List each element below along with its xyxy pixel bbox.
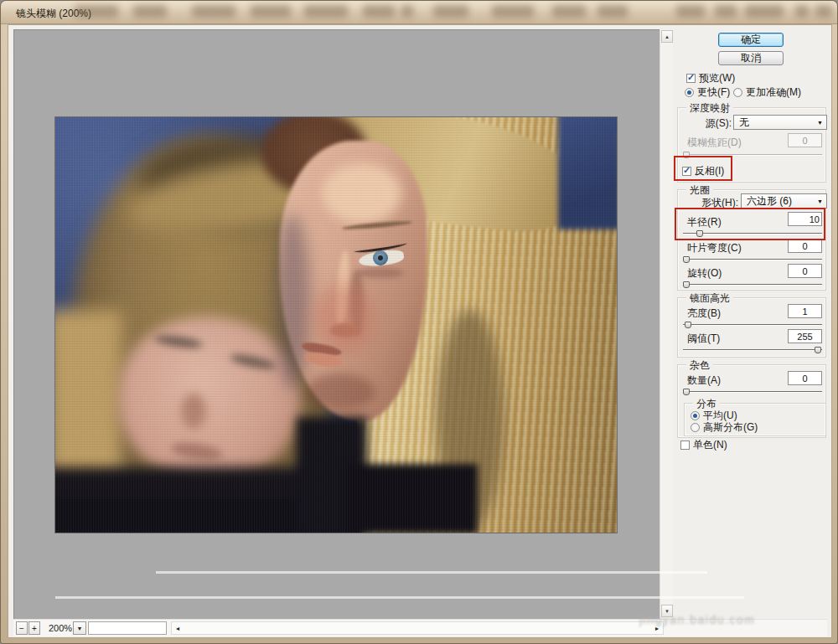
blur-focal-input (788, 133, 822, 147)
title-bar[interactable]: 镜头模糊 (200%) (1, 1, 837, 24)
photo-noise-overlay (55, 117, 617, 533)
blurred-text-smudge (597, 5, 628, 18)
blurred-text-smudge (715, 5, 737, 18)
uniform-radio[interactable] (691, 411, 700, 420)
monochrome-checkbox-row[interactable]: 单色(N) (680, 438, 727, 452)
radius-label: 半径(R) (687, 215, 722, 229)
more-accurate-radio[interactable] (733, 88, 742, 97)
slider-thumb[interactable] (685, 322, 691, 328)
settings-panel: 确定 取消 预览(W) 更快(F) 更加准确(M) 深度映射 源(S): 无 ▼ (676, 29, 831, 619)
gaussian-radio-label: 高斯分布(G) (703, 420, 758, 435)
blade-curvature-input[interactable] (788, 239, 822, 253)
blurred-text-smudge (433, 5, 468, 18)
faster-radio-row[interactable]: 更快(F) (685, 85, 730, 100)
faster-radio[interactable] (685, 88, 694, 97)
amount-input[interactable] (788, 371, 822, 385)
depth-map-group-title: 深度映射 (686, 101, 733, 116)
source-dropdown[interactable]: 无 ▼ (733, 115, 827, 130)
horizontal-scrollbar[interactable]: ◂ ▸ (171, 621, 664, 635)
noise-group-title: 杂色 (686, 358, 713, 373)
blurred-text-smudge (363, 5, 395, 18)
brightness-label: 亮度(B) (687, 307, 721, 321)
shape-dropdown-value: 六边形 (6) (747, 194, 792, 209)
zoom-out-button[interactable]: − (16, 621, 28, 635)
blurred-text-smudge (251, 5, 291, 18)
rotation-label: 旋转(O) (687, 266, 722, 281)
brightness-slider[interactable] (683, 321, 822, 329)
blurred-text-smudge (676, 5, 705, 18)
monochrome-checkbox-label: 单色(N) (693, 438, 727, 452)
chevron-down-icon: ▼ (817, 120, 823, 126)
threshold-label: 阈值(T) (687, 332, 720, 346)
dialog-body: ▴ ▾ − + 200% ▼ ◂ ▸ 确定 取消 预览(W) 更快 (8, 24, 832, 638)
status-bar: − + 200% ▼ ◂ ▸ (13, 619, 827, 636)
slider-track (683, 154, 822, 155)
slider-thumb (683, 152, 690, 158)
slider-thumb[interactable] (683, 389, 690, 395)
amount-slider[interactable] (683, 388, 822, 396)
slider-thumb[interactable] (683, 281, 690, 288)
blade-curvature-slider[interactable] (683, 255, 822, 264)
blurred-text-smudge (492, 5, 534, 18)
blurred-text-smudge (815, 5, 832, 18)
slider-track (683, 284, 822, 285)
scroll-up-arrow[interactable]: ▴ (661, 30, 673, 43)
more-accurate-radio-row[interactable]: 更加准确(M) (733, 85, 801, 100)
blur-focal-label: 模糊焦距(D) (687, 136, 742, 150)
zoom-in-button[interactable]: + (28, 621, 40, 635)
threshold-input[interactable] (788, 329, 822, 343)
right-arrow-icon: ▸ (655, 625, 659, 632)
slider-track (683, 349, 822, 350)
blur-focal-slider (683, 151, 822, 159)
shape-dropdown[interactable]: 六边形 (6) ▼ (741, 193, 827, 209)
shape-label: 形状(H): (691, 196, 738, 210)
radius-slider[interactable] (683, 229, 822, 238)
blade-curvature-label: 叶片弯度(C) (687, 241, 742, 255)
more-accurate-radio-label: 更加准确(M) (746, 85, 801, 100)
blurred-text-smudge (745, 5, 784, 18)
slider-track (683, 233, 822, 234)
monochrome-checkbox[interactable] (680, 440, 690, 450)
blurred-text-smudge (75, 5, 118, 18)
plus-icon: + (32, 624, 37, 633)
invert-checkbox[interactable] (682, 167, 691, 176)
scroll-left-arrow[interactable]: ◂ (172, 622, 184, 634)
rotation-slider[interactable] (683, 281, 822, 289)
zoom-level-value: 200% (49, 623, 72, 633)
invert-checkbox-label: 反相(I) (695, 164, 724, 178)
zoom-dropdown-button[interactable]: ▼ (73, 621, 86, 635)
preview-canvas[interactable] (13, 29, 660, 619)
source-dropdown-value: 无 (739, 116, 749, 130)
blurred-text-smudge (401, 5, 413, 18)
blurred-text-smudge (552, 5, 586, 18)
gaussian-radio[interactable] (691, 423, 700, 432)
slider-track (683, 324, 822, 325)
preview-checkbox[interactable] (686, 74, 696, 83)
blurred-text-smudge (795, 5, 809, 18)
preview-checkbox-label: 预览(W) (699, 71, 735, 85)
cancel-button[interactable]: 取消 (718, 51, 784, 65)
slider-thumb[interactable] (696, 230, 703, 237)
slider-thumb[interactable] (815, 347, 821, 353)
image-preview[interactable] (55, 117, 617, 533)
minus-icon: − (19, 624, 24, 633)
source-label: 源(S): (690, 116, 732, 131)
faster-radio-label: 更快(F) (697, 85, 730, 100)
preview-vertical-scrollbar[interactable]: ▴ ▾ (660, 29, 673, 619)
preview-checkbox-row[interactable]: 预览(W) (686, 71, 735, 85)
ok-button[interactable]: 确定 (718, 33, 784, 47)
amount-label: 数量(A) (687, 374, 721, 388)
brightness-input[interactable] (788, 304, 822, 318)
slider-track (683, 259, 822, 260)
zoom-entry-field[interactable] (88, 621, 167, 635)
invert-checkbox-row[interactable]: 反相(I) (682, 164, 724, 178)
slider-track (683, 391, 822, 392)
slider-thumb[interactable] (683, 256, 690, 263)
rotation-input[interactable] (788, 264, 822, 278)
blurred-text-smudge (133, 5, 167, 18)
gaussian-radio-row[interactable]: 高斯分布(G) (691, 420, 758, 435)
scroll-down-arrow[interactable]: ▾ (661, 605, 673, 617)
threshold-slider[interactable] (683, 346, 822, 354)
radius-input[interactable] (788, 212, 822, 226)
scroll-right-arrow[interactable]: ▸ (651, 622, 663, 634)
